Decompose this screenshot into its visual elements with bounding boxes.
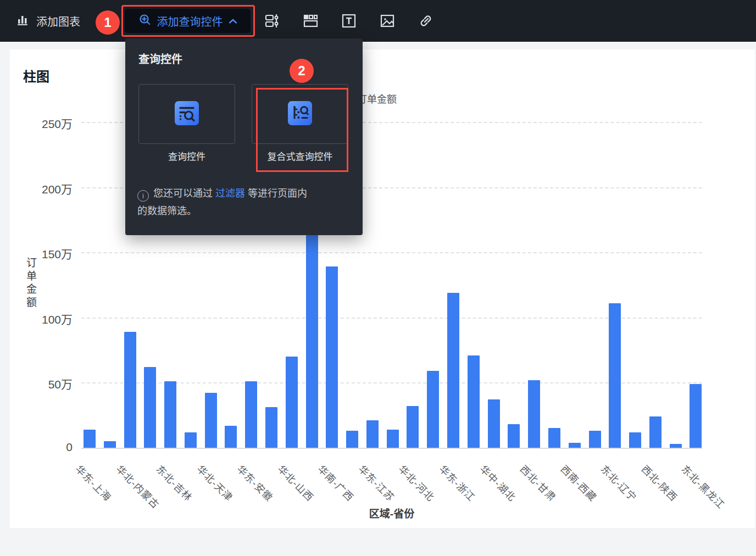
- bar: [447, 293, 459, 448]
- hint-text-line2: 的数据筛选。: [137, 205, 197, 216]
- bar: [649, 416, 662, 448]
- x-tick-label: 华北-天津: [194, 462, 236, 504]
- y-tick-label: 100万: [15, 310, 73, 327]
- annotation-badge-1: 1: [96, 10, 120, 35]
- gridline: [81, 252, 702, 253]
- y-tick-label: 200万: [15, 180, 73, 197]
- dropdown-hint: i您还可以通过 过滤器 等进行页面内 的数据筛选。: [137, 185, 352, 220]
- legend-item-order-amount[interactable]: 订单金额: [357, 91, 397, 105]
- link-icon[interactable]: [416, 12, 435, 30]
- option-query-control[interactable]: [138, 84, 235, 144]
- bar: [569, 443, 581, 448]
- bar: [387, 430, 399, 448]
- y-tick-label: 150万: [15, 245, 73, 262]
- bar: [286, 357, 298, 448]
- bar: [468, 355, 480, 448]
- bar: [225, 426, 237, 448]
- option-label-query-control: 查询控件: [138, 149, 235, 163]
- y-tick-label: 250万: [15, 115, 73, 131]
- x-tick-label: 东北-辽宁: [598, 462, 641, 504]
- x-tick-label: 华南-广西: [315, 462, 358, 504]
- y-tick-label: 0: [15, 441, 73, 454]
- hint-text-prefix: 您还可以通过: [153, 188, 215, 199]
- x-tick-label: 东北-黑龙江: [679, 462, 729, 511]
- bar: [164, 381, 176, 448]
- text-icon[interactable]: [340, 12, 358, 30]
- bar: [144, 367, 156, 448]
- annotation-badge-2: 2: [290, 59, 314, 83]
- tab-layout-icon[interactable]: [301, 12, 320, 30]
- bar: [488, 399, 500, 448]
- zoom-plus-icon: [138, 13, 152, 29]
- x-tick-label: 西北-甘肃: [518, 462, 560, 504]
- bar: [548, 428, 560, 448]
- bar: [326, 266, 338, 448]
- bar: [84, 430, 96, 448]
- x-tick-label: 华东-江苏: [356, 462, 398, 504]
- bar-chart-icon: [16, 13, 31, 30]
- bar: [508, 424, 520, 448]
- y-axis-title: 订单金额: [23, 257, 38, 310]
- x-tick-label: 华东-安徽: [235, 462, 277, 504]
- chart-card: 柱图 订单金额 订单金额 区域-省份 250万200万150万100万50万0 …: [10, 49, 755, 528]
- image-icon[interactable]: [378, 12, 397, 30]
- bar: [306, 213, 318, 448]
- x-tick-label: 华东-上海: [73, 462, 115, 504]
- bar: [104, 441, 116, 448]
- dropdown-title: 查询控件: [138, 51, 182, 66]
- gridline: [81, 448, 702, 449]
- bar: [346, 431, 358, 448]
- bar: [670, 444, 682, 448]
- x-axis-title: 区域-省份: [81, 505, 702, 520]
- info-icon: i: [137, 190, 149, 202]
- add-query-label: 添加查询控件: [157, 13, 223, 29]
- add-query-control-button[interactable]: 添加查询控件: [125, 9, 251, 33]
- hint-text-suffix: 等进行页面内: [245, 188, 307, 199]
- filter-link[interactable]: 过滤器: [215, 188, 245, 199]
- x-tick-label: 西南-西藏: [558, 462, 600, 504]
- x-tick-label: 华北-山西: [275, 462, 317, 504]
- y-tick-label: 50万: [15, 375, 73, 392]
- chevron-up-icon: [229, 15, 237, 27]
- bar: [609, 303, 621, 448]
- annotation-rect-composite-option: [256, 88, 348, 172]
- query-control-dropdown: 查询控件: [125, 38, 363, 235]
- add-chart-button[interactable]: 添加图表: [16, 0, 80, 42]
- bar: [245, 381, 257, 448]
- bar: [366, 420, 379, 448]
- annotation-rect-add-query: 添加查询控件: [121, 5, 255, 37]
- bar: [427, 371, 439, 448]
- toolbar-insert-icons: [263, 0, 435, 42]
- bar: [124, 332, 136, 448]
- bar: [528, 380, 540, 448]
- filter-panel-icon[interactable]: [263, 12, 281, 30]
- x-tick-label: 华中-湖北: [477, 462, 519, 504]
- bar: [265, 407, 277, 448]
- bar: [629, 432, 641, 448]
- bar: [690, 384, 702, 448]
- x-tick-label: 华北-河北: [396, 462, 438, 504]
- query-control-icon: [174, 101, 199, 128]
- chart-title: 柱图: [23, 66, 49, 85]
- bar: [185, 432, 197, 448]
- add-chart-label: 添加图表: [36, 13, 80, 29]
- x-tick-label: 华东-浙江: [437, 462, 479, 504]
- bar: [407, 406, 419, 448]
- bar: [205, 393, 217, 448]
- x-tick-label: 西北-陕西: [638, 462, 681, 504]
- bar: [589, 431, 601, 448]
